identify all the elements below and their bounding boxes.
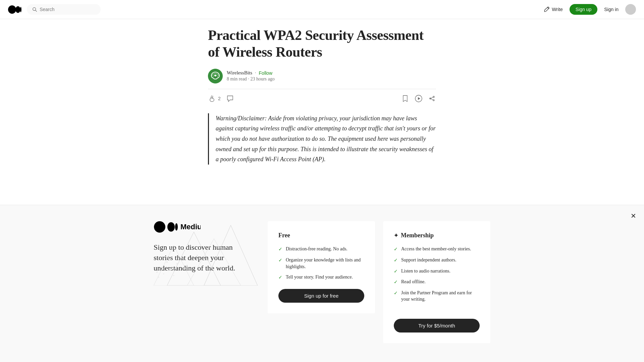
share-svg	[428, 95, 436, 103]
article-blockquote: Warning/Disclaimer: Aside from violating…	[208, 113, 436, 165]
dot-separator: ·	[255, 70, 256, 76]
svg-marker-9	[418, 97, 420, 100]
article-title: Practical WPA2 Security Assessment of Wi…	[208, 27, 436, 61]
write-button[interactable]: Write	[544, 6, 562, 12]
actions-left: 2	[208, 95, 234, 103]
svg-point-1	[15, 6, 20, 13]
write-icon	[544, 6, 550, 12]
author-name[interactable]: WirelessBits	[227, 70, 252, 76]
bookmark-svg	[401, 95, 409, 103]
signin-button[interactable]: Sign in	[604, 7, 619, 12]
comment-svg	[226, 95, 234, 103]
published-time: 23 hours ago	[250, 76, 274, 81]
comment-icon	[226, 95, 234, 103]
svg-point-11	[433, 100, 434, 101]
author-row: WirelessBits · Follow 8 min read · 23 ho…	[208, 69, 436, 83]
header: Write Sign up Sign in	[0, 0, 644, 19]
author-info: WirelessBits · Follow 8 min read · 23 ho…	[227, 70, 275, 82]
svg-line-4	[36, 10, 37, 12]
share-icon	[428, 95, 436, 103]
article-divider	[208, 89, 436, 89]
play-svg	[415, 95, 423, 103]
medium-logo[interactable]	[8, 5, 21, 14]
play-icon	[415, 95, 423, 103]
signup-button[interactable]: Sign up	[570, 4, 597, 15]
header-right: Write Sign up Sign in	[544, 4, 636, 15]
article-meta: 8 min read · 23 hours ago	[227, 76, 275, 82]
actions-right	[401, 95, 436, 103]
listen-button[interactable]	[415, 95, 423, 103]
save-button[interactable]	[401, 95, 409, 103]
article-actions: 2	[208, 95, 436, 103]
clap-icon	[208, 95, 216, 103]
clap-svg	[208, 95, 216, 103]
share-button[interactable]	[428, 95, 436, 103]
svg-point-0	[8, 5, 16, 14]
read-time: 8 min read	[227, 76, 247, 81]
clap-button[interactable]: 2	[208, 95, 221, 103]
main-content: Practical WPA2 Security Assessment of Wi…	[200, 0, 444, 178]
avatar[interactable]	[625, 4, 636, 15]
clap-count: 2	[218, 96, 221, 101]
svg-point-2	[20, 7, 21, 12]
author-avatar-icon	[208, 69, 223, 83]
header-left	[8, 4, 101, 15]
blockquote-text: Warning/Disclaimer: Aside from violating…	[216, 115, 436, 163]
follow-button[interactable]: Follow	[259, 70, 272, 76]
comment-button[interactable]	[226, 95, 234, 103]
author-name-row: WirelessBits · Follow	[227, 70, 275, 76]
search-bar[interactable]	[27, 4, 101, 15]
search-input[interactable]	[40, 7, 95, 12]
search-icon	[32, 7, 37, 12]
svg-point-10	[433, 96, 434, 98]
bookmark-icon	[401, 95, 409, 103]
medium-logo-svg	[8, 5, 21, 14]
author-avatar[interactable]	[208, 69, 223, 83]
